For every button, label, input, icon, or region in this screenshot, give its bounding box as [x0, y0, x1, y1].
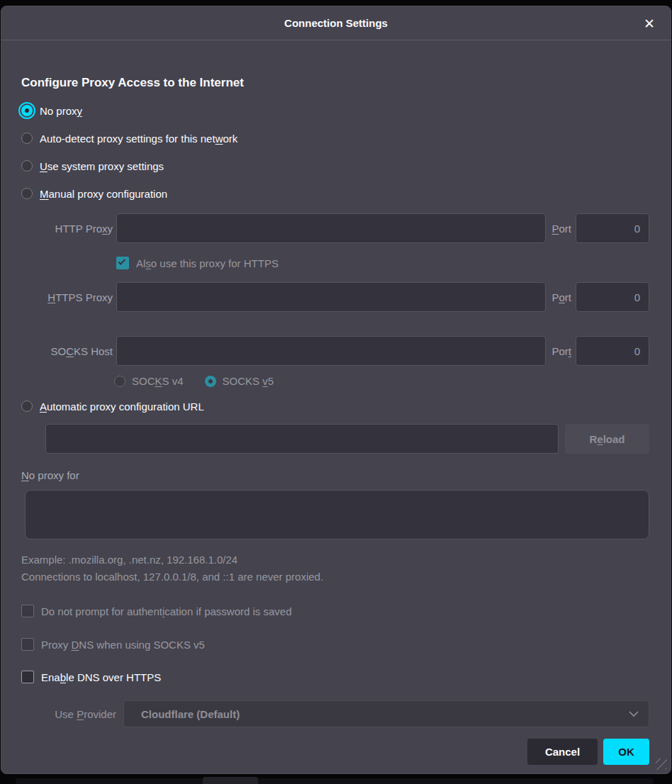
radio-socks-v4-label: SOCKS v4	[132, 375, 184, 387]
close-button[interactable]: ✕	[639, 13, 659, 33]
checkbox-checked-icon	[116, 257, 129, 269]
ok-button[interactable]: OK	[603, 739, 649, 765]
proxy-dns-socks5-label: Proxy DNS when using SOCKS v5	[41, 639, 205, 651]
radio-socks-v4[interactable]: SOCKS v4	[114, 375, 184, 387]
no-proxy-example-text: Example: .mozilla.org, .net.nz, 192.168.…	[21, 552, 649, 568]
checkbox-no-prompt-auth[interactable]: Do not prompt for authentication if pass…	[21, 603, 649, 619]
chevron-down-icon	[629, 711, 639, 717]
resize-grip-icon[interactable]	[656, 758, 667, 770]
localhost-note-text: Connections to localhost, 127.0.0.1/8, a…	[21, 569, 649, 585]
socks-host-row: SOCKS Host Port	[21, 336, 649, 366]
doh-provider-value: Cloudflare (Default)	[141, 708, 629, 720]
close-icon: ✕	[644, 16, 655, 30]
socks-host-input[interactable]	[116, 336, 546, 366]
also-https-checkbox-row[interactable]: Also use this proxy for HTTPS	[116, 255, 649, 271]
http-proxy-input[interactable]	[116, 213, 546, 243]
auto-config-url-input[interactable]	[45, 424, 559, 454]
dialog-title: Connection Settings	[284, 17, 388, 29]
checkbox-proxy-dns-socks5[interactable]: Proxy DNS when using SOCKS v5	[21, 637, 649, 652]
radio-icon	[21, 133, 33, 144]
radio-system-proxy-label: Use system proxy settings	[40, 160, 164, 172]
https-proxy-row: HTTPS Proxy Port	[21, 282, 649, 312]
enable-doh-label: Enable DNS over HTTPS	[41, 671, 161, 683]
radio-icon	[205, 376, 216, 387]
check-icon	[118, 257, 126, 265]
socks-port-input[interactable]	[576, 336, 649, 366]
radio-socks-v5-label: SOCKS v5	[223, 375, 274, 387]
doh-provider-row: Use Provider Cloudflare (Default)	[21, 700, 649, 727]
no-proxy-for-label: No proxy for	[21, 468, 649, 483]
socks-port-label: Port	[551, 345, 571, 357]
radio-no-proxy[interactable]: No proxy	[21, 102, 649, 119]
http-port-label: Port	[551, 223, 571, 235]
checkbox-icon	[21, 605, 34, 617]
radio-icon	[114, 376, 125, 387]
https-proxy-input[interactable]	[116, 282, 546, 312]
socks-host-label: SOCKS Host	[21, 345, 116, 357]
https-proxy-label: HTTPS Proxy	[21, 291, 116, 303]
radio-icon	[21, 401, 33, 412]
no-prompt-auth-label: Do not prompt for authentication if pass…	[41, 605, 292, 617]
radio-system-proxy[interactable]: Use system proxy settings	[21, 157, 649, 174]
http-proxy-label: HTTP Proxy	[21, 223, 116, 235]
cancel-button[interactable]: Cancel	[527, 739, 598, 765]
no-proxy-for-textarea[interactable]	[25, 490, 649, 539]
radio-no-proxy-label: No proxy	[40, 105, 82, 117]
http-proxy-row: HTTP Proxy Port	[21, 213, 649, 243]
radio-manual-proxy[interactable]: Manual proxy configuration	[21, 185, 649, 202]
radio-socks-v5[interactable]: SOCKS v5	[205, 375, 274, 387]
checkbox-icon	[21, 671, 34, 683]
dialog-titlebar: Connection Settings ✕	[1, 6, 671, 40]
radio-auto-detect[interactable]: Auto-detect proxy settings for this netw…	[21, 130, 649, 147]
use-provider-label: Use Provider	[42, 708, 116, 720]
also-https-label: Also use this proxy for HTTPS	[136, 257, 279, 269]
page-title: Configure Proxy Access to the Internet	[21, 74, 649, 91]
reload-button[interactable]: Reload	[565, 424, 649, 454]
radio-auto-config-url[interactable]: Automatic proxy configuration URL	[21, 398, 649, 415]
dialog-footer: Cancel OK	[21, 739, 649, 765]
https-port-label: Port	[551, 291, 571, 303]
radio-auto-config-url-label: Automatic proxy configuration URL	[40, 401, 204, 413]
background-page-hint	[16, 778, 654, 784]
radio-icon	[21, 105, 33, 116]
https-port-input[interactable]	[576, 282, 649, 312]
dialog-content: Configure Proxy Access to the Internet N…	[1, 74, 671, 765]
doh-provider-select[interactable]: Cloudflare (Default)	[123, 700, 649, 727]
connection-settings-dialog: Connection Settings ✕ Configure Proxy Ac…	[1, 6, 671, 774]
socks-version-row: SOCKS v4 SOCKS v5	[114, 375, 649, 387]
auto-config-url-row: Reload	[21, 424, 649, 454]
radio-auto-detect-label: Auto-detect proxy settings for this netw…	[40, 133, 237, 145]
http-port-input[interactable]	[576, 213, 649, 243]
radio-icon	[21, 188, 33, 199]
radio-manual-proxy-label: Manual proxy configuration	[40, 188, 167, 200]
checkbox-enable-doh[interactable]: Enable DNS over HTTPS	[21, 669, 649, 685]
background-page-chip	[203, 777, 258, 784]
radio-icon	[21, 160, 33, 172]
checkbox-icon	[21, 638, 34, 651]
